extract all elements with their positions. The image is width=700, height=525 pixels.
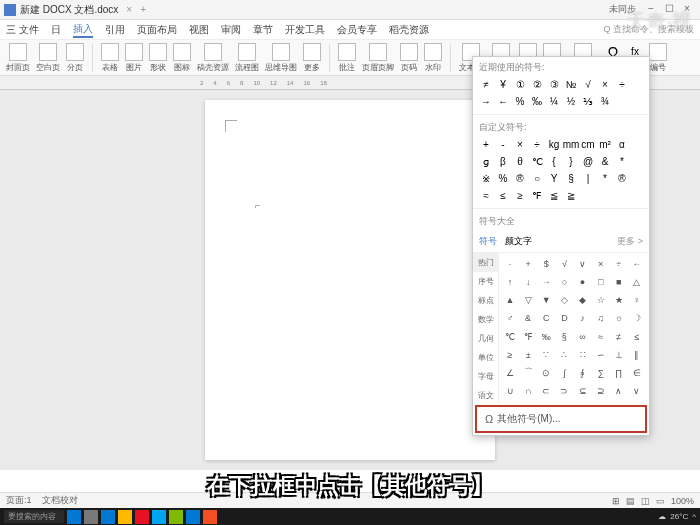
tool-icon[interactable]: 图标 [173, 43, 191, 73]
symbol-item[interactable]: ℉ [521, 330, 535, 344]
symbol-item[interactable]: ∑ [594, 366, 608, 380]
menu-ref[interactable]: 引用 [105, 23, 125, 37]
symbol-item[interactable]: * [615, 154, 629, 168]
symbol-item[interactable]: ≥ [503, 348, 517, 362]
taskbar-app[interactable] [67, 510, 81, 524]
symbol-item[interactable]: Y [547, 171, 561, 185]
menu-review[interactable]: 审阅 [221, 23, 241, 37]
symbol-item[interactable]: | [581, 171, 595, 185]
symbol-item[interactable]: □ [594, 275, 608, 289]
symbol-item[interactable]: ¥ [496, 77, 510, 91]
view-mode-1[interactable]: ⊞ [612, 496, 620, 506]
symbol-item[interactable]: ● [576, 275, 590, 289]
symbol-item[interactable]: × [594, 257, 608, 271]
symbol-item[interactable]: ← [496, 94, 510, 108]
symbol-item[interactable]: ® [513, 171, 527, 185]
tool-table[interactable]: 表格 [101, 43, 119, 73]
tool-break[interactable]: 分页 [66, 43, 84, 73]
taskbar-app[interactable] [186, 510, 200, 524]
category-item[interactable]: 热门 [473, 253, 498, 272]
symbol-item[interactable]: ℃ [503, 330, 517, 344]
tool-pagenum[interactable]: 页码 [400, 43, 418, 73]
symbol-item[interactable]: ③ [547, 77, 561, 91]
symbol-item[interactable]: ← [630, 257, 644, 271]
menu-icon[interactable]: 日 [51, 23, 61, 37]
symbol-item[interactable]: $ [539, 257, 553, 271]
symbol-item[interactable]: ≧ [564, 188, 578, 202]
symbol-item[interactable]: { [547, 154, 561, 168]
menu-section[interactable]: 章节 [253, 23, 273, 37]
symbol-item[interactable]: % [513, 94, 527, 108]
symbol-item[interactable]: θ [513, 154, 527, 168]
symbol-item[interactable]: ○ [530, 171, 544, 185]
symbol-item[interactable]: ■ [612, 275, 626, 289]
symbol-item[interactable]: № [564, 77, 578, 91]
symbol-item[interactable]: ¼ [547, 94, 561, 108]
symbol-item[interactable]: ∴ [557, 348, 571, 362]
symbol-item[interactable]: ⊥ [612, 348, 626, 362]
symbol-item[interactable]: ♂ [503, 311, 517, 325]
symbol-item[interactable]: ⊙ [539, 366, 553, 380]
symbol-item[interactable]: ○ [557, 275, 571, 289]
symbol-item[interactable]: ▼ [539, 293, 553, 307]
symbol-item[interactable]: cm [581, 137, 595, 151]
symbol-item[interactable]: ♪ [576, 311, 590, 325]
taskbar-app[interactable] [169, 510, 183, 524]
symbol-item[interactable]: ≈ [594, 330, 608, 344]
symbol-item[interactable]: ® [615, 171, 629, 185]
symbol-item[interactable]: β [496, 154, 510, 168]
symbol-item[interactable]: ∫ [557, 366, 571, 380]
new-tab[interactable]: + [140, 4, 146, 15]
symbol-item[interactable]: ÷ [612, 257, 626, 271]
symbol-item[interactable]: m² [598, 137, 612, 151]
tool-mind[interactable]: 思维导图 [265, 43, 297, 73]
symbol-item[interactable]: × [513, 137, 527, 151]
symbol-item[interactable]: ⊃ [557, 384, 571, 398]
symbol-item[interactable]: ∠ [503, 366, 517, 380]
symbol-item[interactable]: ≤ [496, 188, 510, 202]
menu-vip[interactable]: 会员专享 [337, 23, 377, 37]
symbol-item[interactable]: ▽ [521, 293, 535, 307]
symbol-item[interactable]: ‰ [530, 94, 544, 108]
tool-number[interactable]: 编号 [649, 43, 667, 73]
symbol-item[interactable]: ⊂ [539, 384, 553, 398]
category-item[interactable]: 几何 [473, 329, 498, 348]
symbol-item[interactable]: ★ [612, 293, 626, 307]
symbol-item[interactable]: ↑ [503, 275, 517, 289]
menu-layout[interactable]: 页面布局 [137, 23, 177, 37]
symbol-item[interactable]: ℉ [530, 188, 544, 202]
symbol-item[interactable]: ① [513, 77, 527, 91]
symbol-item[interactable]: ☼ [612, 311, 626, 325]
category-item[interactable]: 单位 [473, 348, 498, 367]
menu-insert[interactable]: 插入 [73, 22, 93, 38]
symbol-item[interactable]: √ [581, 77, 595, 91]
symbol-item[interactable]: ℃ [530, 154, 544, 168]
symbol-item[interactable]: ¾ [598, 94, 612, 108]
category-item[interactable]: 数学 [473, 310, 498, 329]
symbol-item[interactable]: ◇ [557, 293, 571, 307]
symbol-item[interactable]: mm [564, 137, 578, 151]
symbol-item[interactable]: ♫ [594, 311, 608, 325]
tool-flow[interactable]: 流程图 [235, 43, 259, 73]
page-indicator[interactable]: 页面:1 [6, 494, 32, 507]
symbol-item[interactable]: ※ [479, 171, 493, 185]
symbol-item[interactable]: D [557, 311, 571, 325]
symbol-item[interactable]: ⊇ [594, 384, 608, 398]
symbol-item[interactable]: - [496, 137, 510, 151]
symbol-item[interactable]: ‰ [539, 330, 553, 344]
symbol-item[interactable]: ∩ [521, 384, 535, 398]
tray-up-icon[interactable]: ^ [692, 512, 696, 521]
taskbar-app[interactable] [203, 510, 217, 524]
view-mode-4[interactable]: ▭ [656, 496, 665, 506]
symbol-item[interactable]: ÷ [530, 137, 544, 151]
menu-dev[interactable]: 开发工具 [285, 23, 325, 37]
symbol-item[interactable]: + [479, 137, 493, 151]
symbol-item[interactable]: @ [581, 154, 595, 168]
symbol-item[interactable]: ⅓ [581, 94, 595, 108]
symbol-item[interactable]: ∵ [539, 348, 553, 362]
tab-more[interactable]: 更多 > [617, 235, 643, 248]
symbol-item[interactable]: △ [630, 275, 644, 289]
tool-comment[interactable]: 批注 [338, 43, 356, 73]
symbol-item[interactable]: ≠ [479, 77, 493, 91]
symbol-item[interactable]: ≠ [612, 330, 626, 344]
